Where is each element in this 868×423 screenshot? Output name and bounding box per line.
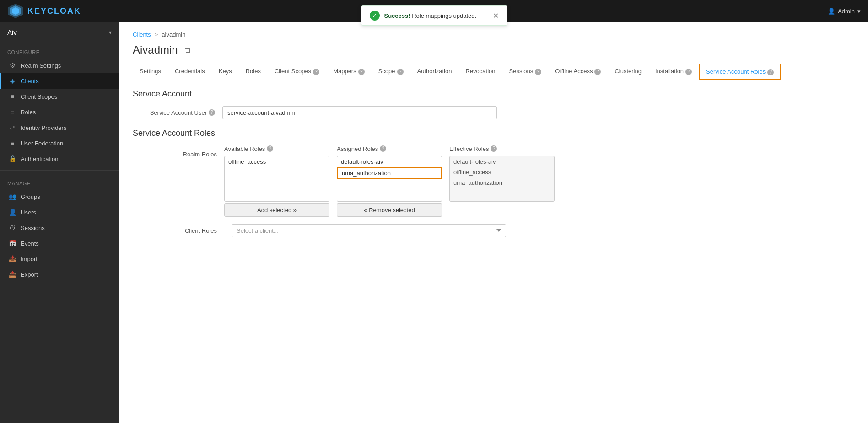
- tab-authorization[interactable]: Authorization: [410, 64, 459, 80]
- client-roles-label: Client Roles: [133, 227, 224, 234]
- assigned-roles-header: Assigned Roles ?: [337, 145, 442, 152]
- tab-keys[interactable]: Keys: [212, 64, 239, 80]
- content-area: ✓ Success! Role mappings updated. ✕ Clie…: [119, 22, 868, 423]
- realm-settings-icon: ⚙: [9, 62, 16, 69]
- client-scopes-icon: ≡: [9, 93, 16, 100]
- breadcrumb: Clients > aivadmin: [133, 31, 854, 38]
- realm-dropdown-arrow: ▾: [109, 29, 112, 36]
- user-menu[interactable]: 👤 Admin ▾: [828, 8, 861, 15]
- assigned-roles-help-icon: ?: [380, 145, 386, 152]
- tab-mappers[interactable]: Mappers?: [326, 64, 372, 80]
- client-roles-row: Client Roles Select a client...: [133, 224, 854, 237]
- sessions-help-icon: ?: [535, 69, 541, 75]
- client-roles-select[interactable]: Select a client...: [232, 224, 506, 237]
- effective-roles-help-icon: ?: [491, 145, 497, 152]
- sidebar-item-realm-settings[interactable]: ⚙ Realm Settings: [0, 58, 119, 73]
- sidebar-item-sessions[interactable]: ⏱ Sessions: [0, 220, 119, 236]
- user-dropdown-arrow: ▾: [857, 8, 861, 15]
- brand-text: KEYCLOAK: [27, 6, 81, 16]
- service-account-roles-help-icon: ?: [767, 69, 774, 75]
- realm-name: Aiv: [7, 28, 17, 36]
- service-account-section-title: Service Account: [133, 89, 854, 99]
- sidebar-item-label: Client Scopes: [21, 93, 57, 100]
- user-federation-icon: ≡: [9, 139, 16, 147]
- sidebar-item-label: Export: [21, 271, 38, 278]
- breadcrumb-clients-link[interactable]: Clients: [133, 31, 151, 38]
- tab-scope[interactable]: Scope?: [372, 64, 410, 80]
- tabs: Settings Credentials Keys Roles Client S…: [133, 64, 854, 80]
- tab-service-account-roles[interactable]: Service Account Roles?: [699, 64, 781, 80]
- sidebar-divider: [0, 170, 119, 171]
- sidebar-item-label: Events: [21, 240, 39, 247]
- remove-selected-button[interactable]: « Remove selected: [337, 203, 442, 217]
- page-title-row: Aivadmin 🗑: [133, 43, 854, 56]
- breadcrumb-current: aivadmin: [162, 31, 185, 38]
- service-account-user-input[interactable]: [222, 106, 497, 119]
- groups-icon: 👥: [9, 193, 16, 200]
- effective-role-offline-access: offline_access: [450, 167, 554, 177]
- sidebar-item-roles[interactable]: ≡ Roles: [0, 104, 119, 120]
- assigned-roles-listbox[interactable]: default-roles-aiv uma_authorization: [337, 156, 442, 202]
- service-account-roles-section-title: Service Account Roles: [133, 129, 854, 138]
- tab-roles[interactable]: Roles: [239, 64, 268, 80]
- assigned-role-default-roles-aiv[interactable]: default-roles-aiv: [337, 156, 442, 167]
- sidebar-item-label: Roles: [21, 109, 36, 116]
- manage-section-label: Manage: [0, 174, 119, 189]
- available-roles-listbox[interactable]: offline_access: [224, 156, 329, 202]
- tab-sessions[interactable]: Sessions?: [502, 64, 549, 80]
- effective-role-default-roles-aiv: default-roles-aiv: [450, 156, 554, 167]
- breadcrumb-separator: >: [155, 31, 158, 38]
- realm-roles-label: Realm Roles: [133, 145, 224, 158]
- service-account-user-row: Service Account User ?: [133, 106, 854, 119]
- mappers-help-icon: ?: [358, 69, 365, 75]
- roles-columns: Available Roles ? offline_access Add sel…: [224, 145, 555, 217]
- sidebar-item-clients[interactable]: ◈ Clients: [0, 73, 119, 89]
- available-roles-col: Available Roles ? offline_access Add sel…: [224, 145, 329, 217]
- sidebar-item-label: Clients: [21, 78, 39, 85]
- sidebar-item-label: Identity Providers: [21, 124, 66, 131]
- tab-clustering[interactable]: Clustering: [608, 64, 648, 80]
- sidebar-item-identity-providers[interactable]: ⇄ Identity Providers: [0, 120, 119, 135]
- sidebar-item-client-scopes[interactable]: ≡ Client Scopes: [0, 89, 119, 104]
- sidebar-item-label: Realm Settings: [21, 62, 61, 69]
- keycloak-logo-icon: [7, 3, 24, 19]
- sidebar-item-authentication[interactable]: 🔒 Authentication: [0, 151, 119, 166]
- installation-help-icon: ?: [685, 69, 692, 75]
- add-selected-button[interactable]: Add selected »: [224, 203, 329, 217]
- tab-client-scopes[interactable]: Client Scopes?: [268, 64, 326, 80]
- realm-selector[interactable]: Aiv ▾: [0, 22, 119, 43]
- tab-revocation[interactable]: Revocation: [458, 64, 502, 80]
- service-account-user-help-icon: ?: [209, 109, 215, 116]
- effective-roles-listbox: default-roles-aiv offline_access uma_aut…: [449, 156, 555, 202]
- available-roles-help-icon: ?: [267, 145, 273, 152]
- import-icon: 📥: [9, 255, 16, 262]
- roles-icon: ≡: [9, 108, 16, 116]
- sidebar-item-groups[interactable]: 👥 Groups: [0, 189, 119, 204]
- sidebar-item-user-federation[interactable]: ≡ User Federation: [0, 135, 119, 151]
- sidebar-item-users[interactable]: 👤 Users: [0, 204, 119, 220]
- sidebar-item-label: Groups: [21, 193, 40, 200]
- assigned-role-uma-authorization[interactable]: uma_authorization: [337, 167, 442, 179]
- sidebar-item-label: Import: [21, 256, 38, 262]
- tab-installation[interactable]: Installation?: [648, 64, 699, 80]
- user-label: Admin: [838, 8, 855, 15]
- sidebar-item-events[interactable]: 📅 Events: [0, 236, 119, 251]
- available-role-offline-access[interactable]: offline_access: [225, 156, 329, 167]
- sidebar-item-label: Authentication: [21, 155, 58, 162]
- users-icon: 👤: [9, 209, 16, 216]
- roles-grid: Realm Roles Available Roles ? offline_ac…: [133, 145, 854, 217]
- tab-offline-access[interactable]: Offline Access?: [548, 64, 608, 80]
- sidebar-item-label: User Federation: [21, 140, 63, 147]
- client-scopes-help-icon: ?: [313, 69, 319, 75]
- sidebar-item-import[interactable]: 📥 Import: [0, 251, 119, 267]
- sidebar-item-export[interactable]: 📤 Export: [0, 267, 119, 282]
- tab-settings[interactable]: Settings: [133, 64, 168, 80]
- export-icon: 📤: [9, 271, 16, 278]
- assigned-roles-col: Assigned Roles ? default-roles-aiv uma_a…: [337, 145, 442, 217]
- events-icon: 📅: [9, 240, 16, 247]
- brand: KEYCLOAK: [7, 3, 81, 19]
- authentication-icon: 🔒: [9, 155, 16, 162]
- delete-button[interactable]: 🗑: [183, 44, 194, 56]
- sidebar-item-label: Sessions: [21, 225, 45, 231]
- tab-credentials[interactable]: Credentials: [168, 64, 212, 80]
